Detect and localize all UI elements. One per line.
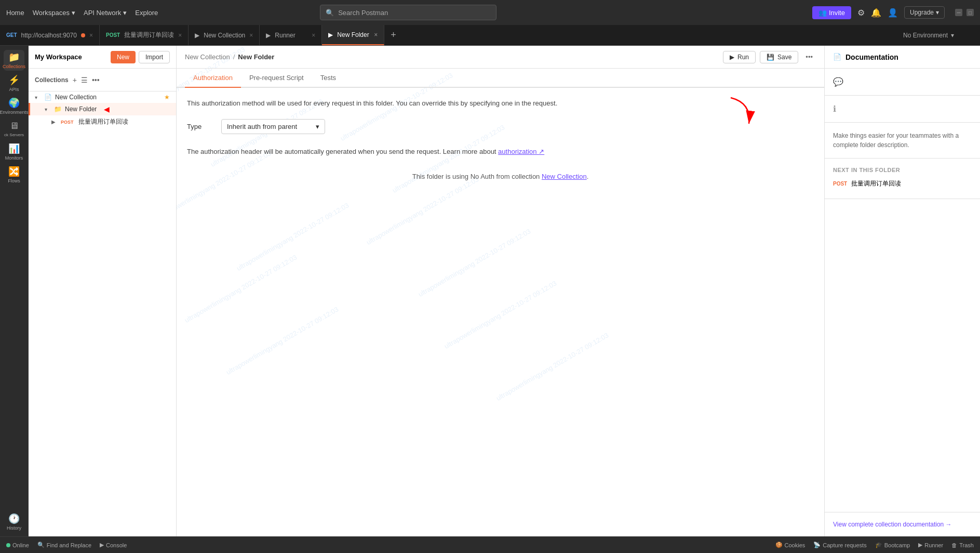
new-tab-button[interactable]: + bbox=[384, 25, 402, 45]
console-icon: ▶ bbox=[100, 542, 104, 548]
more-options-icon[interactable]: ••• bbox=[802, 51, 816, 63]
sidebar-item-mock-servers[interactable]: 🖥 ck Servers bbox=[4, 118, 24, 139]
tab-label: Runner bbox=[275, 32, 295, 39]
online-status[interactable]: Online bbox=[6, 542, 29, 548]
collections-icon: 📁 bbox=[8, 51, 20, 63]
history-icon: 🕐 bbox=[8, 513, 20, 524]
cookies-icon: 🍪 bbox=[775, 542, 783, 548]
add-collection-icon[interactable]: + bbox=[73, 76, 77, 84]
sidebar-item-label: Monitors bbox=[5, 155, 23, 161]
trash-icon: 🗑 bbox=[951, 542, 957, 548]
authorization-link[interactable]: authorization ↗ bbox=[498, 148, 544, 155]
bootcamp-button[interactable]: 🎓 Bootcamp bbox=[875, 542, 910, 548]
settings-icon[interactable]: ⚙ bbox=[857, 8, 865, 18]
sidebar-item-collections[interactable]: 📁 Collections bbox=[4, 50, 24, 71]
nav-home[interactable]: Home bbox=[6, 9, 24, 17]
tree-item-collection[interactable]: ▾ 📄 New Collection ★ bbox=[29, 91, 176, 103]
search-bar[interactable]: 🔍 Search Postman bbox=[320, 5, 496, 20]
tree-item-request[interactable]: ▶ POST 批量调用订单回读 bbox=[29, 115, 176, 128]
workspace-header: My Workspace New Import bbox=[29, 46, 176, 69]
nav-explore[interactable]: Explore bbox=[135, 9, 158, 17]
tab-close-icon[interactable]: × bbox=[374, 31, 378, 38]
main-content: ultrapowerlimingyang 2022-10-27 09:12:03… bbox=[177, 46, 824, 536]
auth-info: The authorization header will be automat… bbox=[187, 147, 814, 157]
trash-button[interactable]: 🗑 Trash bbox=[951, 542, 974, 548]
runner-icon: ▶ bbox=[266, 32, 271, 39]
nav-api-network[interactable]: API Network ▾ bbox=[84, 9, 127, 17]
sidebar: 📁 Collections ⚡ APIs 🌍 Environments 🖥 ck… bbox=[0, 46, 29, 536]
sidebar-item-label: Flows bbox=[8, 178, 20, 183]
auth-type-select[interactable]: Inherit auth from parent ▾ bbox=[221, 119, 325, 134]
sidebar-item-history[interactable]: 🕐 History bbox=[4, 511, 24, 532]
view-docs-link[interactable]: View complete collection documentation → bbox=[833, 521, 972, 528]
chevron-down-icon: ▾ bbox=[45, 107, 51, 112]
folder-name: New Folder bbox=[65, 106, 97, 113]
tab-request2[interactable]: POST 批量调用订单回读 × bbox=[100, 25, 189, 45]
avatar-icon[interactable]: 👤 bbox=[888, 8, 898, 18]
minimize-button[interactable]: ─ bbox=[955, 9, 962, 16]
sort-icon[interactable]: ☰ bbox=[81, 76, 88, 84]
save-button[interactable]: 💾 Save bbox=[760, 51, 798, 63]
maximize-button[interactable]: □ bbox=[966, 9, 974, 16]
workspace-actions: New Import bbox=[111, 51, 170, 63]
tree-item-folder[interactable]: ▾ 📁 New Folder ◀ ••• bbox=[29, 103, 176, 115]
more-options-icon[interactable]: ••• bbox=[92, 76, 100, 84]
sidebar-item-environments[interactable]: 🌍 Environments bbox=[4, 96, 24, 116]
upgrade-button[interactable]: Upgrade ▾ bbox=[904, 6, 945, 19]
tab-close-icon[interactable]: × bbox=[312, 32, 315, 39]
star-icon[interactable]: ★ bbox=[164, 94, 170, 101]
tab-close-icon[interactable]: × bbox=[89, 32, 93, 39]
content-header: New Collection / New Folder ▶ Run 💾 Save… bbox=[177, 46, 824, 69]
capture-button[interactable]: 📡 Capture requests bbox=[813, 542, 866, 548]
bottom-bar: Online 🔍 Find and Replace ▶ Console 🍪 Co… bbox=[0, 536, 980, 553]
bootcamp-icon: 🎓 bbox=[875, 542, 882, 548]
bell-icon[interactable]: 🔔 bbox=[871, 8, 881, 18]
tab-runner[interactable]: ▶ Runner × bbox=[260, 25, 322, 45]
run-button[interactable]: ▶ Run bbox=[723, 51, 756, 63]
mock-servers-icon: 🖥 bbox=[9, 121, 19, 131]
console-button[interactable]: ▶ Console bbox=[100, 542, 127, 548]
new-button[interactable]: New bbox=[111, 51, 136, 63]
type-value: Inherit auth from parent bbox=[227, 123, 297, 130]
environment-selector[interactable]: No Environment ▾ bbox=[897, 25, 980, 45]
import-button[interactable]: Import bbox=[139, 51, 170, 63]
runner-button[interactable]: ▶ Runner bbox=[918, 542, 943, 548]
doc-next-section: NEXT IN THIS FOLDER POST 批量调用订单回读 bbox=[825, 159, 980, 199]
cookies-button[interactable]: 🍪 Cookies bbox=[775, 542, 806, 548]
collection-link[interactable]: New Collection bbox=[542, 173, 587, 180]
tab-request1[interactable]: GET http://localhost:9070 × bbox=[0, 25, 100, 45]
tab-close-icon[interactable]: × bbox=[178, 32, 182, 39]
tab-folder1[interactable]: ▶ New Folder × bbox=[322, 25, 384, 45]
tab-prerequest[interactable]: Pre-request Script bbox=[241, 69, 312, 88]
find-replace-button[interactable]: 🔍 Find and Replace bbox=[37, 542, 91, 548]
search-icon: 🔍 bbox=[326, 9, 334, 17]
collection-icon: ▶ bbox=[195, 32, 199, 39]
sidebar-item-flows[interactable]: 🔀 Flows bbox=[4, 164, 24, 185]
breadcrumb: New Collection / New Folder bbox=[185, 53, 274, 61]
method-badge-get: GET bbox=[6, 32, 17, 38]
tab-tests[interactable]: Tests bbox=[312, 69, 344, 88]
doc-description-text: Make things easier for your teammates wi… bbox=[833, 131, 972, 150]
sidebar-item-apis[interactable]: ⚡ APIs bbox=[4, 73, 24, 94]
method-badge: POST bbox=[61, 120, 75, 125]
chevron-down-icon: ▾ bbox=[72, 9, 75, 17]
tab-close-icon[interactable]: × bbox=[249, 32, 253, 39]
info-icon: ℹ bbox=[833, 104, 836, 113]
tab-collection1[interactable]: ▶ New Collection × bbox=[189, 25, 260, 45]
next-request-item[interactable]: POST 批量调用订单回读 bbox=[833, 177, 972, 190]
chevron-down-icon: ▾ bbox=[35, 95, 41, 100]
doc-description-section: 💬 bbox=[825, 69, 980, 96]
apis-icon: ⚡ bbox=[8, 74, 20, 86]
bottom-right: 🍪 Cookies 📡 Capture requests 🎓 Bootcamp … bbox=[775, 542, 974, 548]
folder-icon: 📁 bbox=[54, 106, 62, 113]
collections-panel: My Workspace New Import Collections + ☰ … bbox=[29, 46, 177, 536]
tab-authorization[interactable]: Authorization bbox=[185, 69, 241, 88]
invite-button[interactable]: 👥 Invite bbox=[812, 6, 851, 19]
sidebar-item-monitors[interactable]: 📊 Monitors bbox=[4, 141, 24, 162]
capture-icon: 📡 bbox=[813, 542, 821, 548]
tab-label: 批量调用订单回读 bbox=[124, 31, 174, 40]
sidebar-item-label: Environments bbox=[0, 110, 29, 115]
nav-workspaces[interactable]: Workspaces ▾ bbox=[33, 9, 75, 17]
status-dot bbox=[6, 543, 10, 547]
auth-description: This authorization method will be used f… bbox=[187, 98, 814, 109]
